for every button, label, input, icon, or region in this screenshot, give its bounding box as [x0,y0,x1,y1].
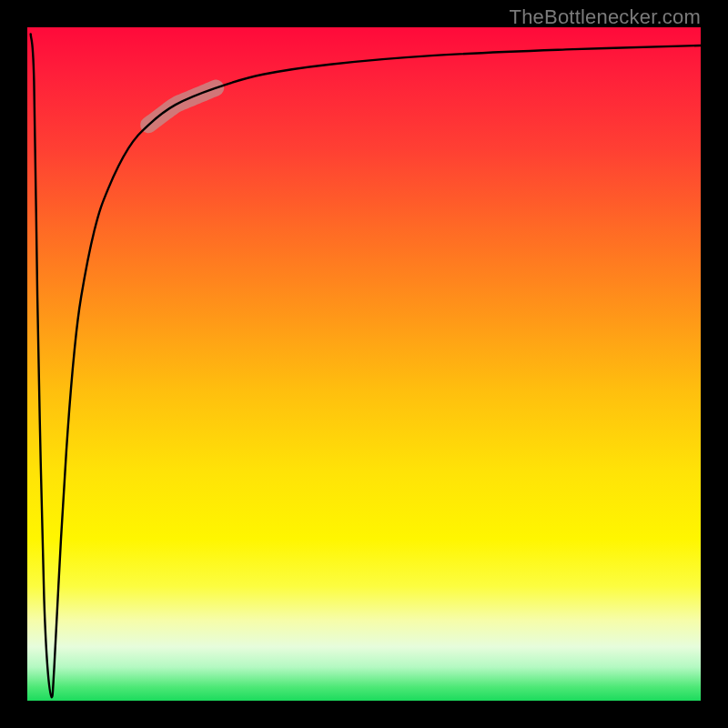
curve-layer [27,27,701,701]
plot-area [27,27,701,701]
chart-stage: TheBottlenecker.com [0,0,728,728]
bottleneck-curve [31,34,701,697]
watermark-text: TheBottlenecker.com [510,5,701,29]
highlight-segment [148,88,216,126]
